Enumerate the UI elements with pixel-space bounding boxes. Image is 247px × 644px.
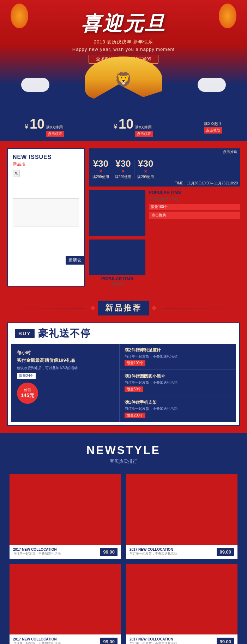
promo-coupon-1: ¥30 × 满299使用 [92,159,109,179]
product-info-left-2: 2017 NEW COLLOCATION 与订单一起发货，不叠加送礼活动 [129,548,177,556]
promo-coupon-2: ¥30 × 满299使用 [115,159,132,179]
newstyle-header: NEWSTYLE 宝贝热卖排行 [0,440,247,472]
new-issues-subtitle: 新品推 [13,161,79,167]
banner-line-right [163,308,243,308]
gift-section: BUY 豪礼送不停 每小时 实付金额最高赠价值199礼品 确认收货到账后，可以叠… [0,319,247,433]
gift-row-2-title: 满3件赠圆圆圆小黑伞 [125,373,231,379]
coupon-amount-1: 10 [30,117,44,131]
product-card-2[interactable]: 2017 NEW COLLOCATION 与订单一起发货，不叠加送礼活动 99.… [125,473,238,560]
newstyle-title: NEWSTYLE [0,444,247,457]
coupon-condition-1: 满XX使用 [46,125,63,130]
product-price-3: 99.00 [100,638,118,644]
popular-bottom-sub: 聚热销 [89,281,145,286]
product-tag-2: 2017 NEW COLLOCATION [129,548,177,551]
promo-coupon-cond-2: 满299使用 [115,175,132,179]
popular-top-section: POPULAR ITMS 单笔订单满299送 限量100个 点击抢购 [89,190,240,236]
right-column: 点击抢购 ¥30 × 满299使用 ¥30 × 满299使用 ¥30 × 满29 [89,148,240,286]
product-info-left-1: 2017 NEW COLLOCATION 与订单一起发货，不叠加送礼活动 [13,548,61,556]
popular-right-info: POPULAR ITMS 单笔订单满299送 限量100个 点击抢购 [149,190,240,236]
product-info-left-3: 2017 NEW COLLOCATION 与订单一起发货，不叠加送礼活动 [13,637,61,644]
gift-row-2-desc: 与订单一起发货，不叠加送礼活动 [125,380,231,385]
coupon-symbol-1: ¥ [25,123,28,130]
newstyle-section: NEWSTYLE 宝贝热卖排行 2017 NEW COLLOCATION 与订单… [0,433,247,644]
popular-limit-badge: 限量100个 [149,204,240,210]
hero-subtitle: 2018 农历戊戌年 新年快乐 [94,39,153,45]
popular-top-image [89,190,145,236]
coupon-desc-2: 满XX使用 点击领取 [135,125,153,137]
coupon-btn-2[interactable]: 点击领取 [135,131,153,137]
product-info-left-4: 2017 NEW COLLOCATION 与订单一起发货，不叠加送礼活动 [129,637,177,644]
product-info-1: 2017 NEW COLLOCATION 与订单一起发货，不叠加送礼活动 99.… [10,545,121,559]
gift-row-3-limit: 限量200个 [125,413,145,418]
promo-coupon-x-3: × [144,168,147,175]
product-tag-3: 2017 NEW COLLOCATION [13,637,61,641]
product-info-2: 2017 NEW COLLOCATION 与订单一起发货，不叠加送礼活动 99.… [126,545,237,559]
edit-icon[interactable]: ✎ [13,170,20,177]
coupon-btn-1[interactable]: 点击领取 [46,131,64,137]
product-image-3 [10,564,121,634]
popular-top-title: POPULAR ITMS [149,190,240,195]
product-desc-1: 与订单一起发货，不叠加送礼活动 [13,551,61,556]
popular-click-btn[interactable]: 点击抢购 [149,212,240,219]
gift-row-1-desc: 与订单一起发货，不叠加送礼活动 [125,354,231,359]
newstyle-subtitle: 宝贝热卖排行 [0,458,247,465]
promo-coupon-cond-3: 满299使用 [137,175,154,179]
gift-buy-tag: BUY [15,329,35,338]
new-issues-card: NEW ISSUES 新品推 ✎ 聚清仓 [7,148,85,286]
banner-line-left [4,308,84,308]
hero-section: 喜迎元旦 2018 农历戊戌年 新年快乐 Happy new year, wis… [0,0,247,113]
gift-value-num: 145元 [21,392,34,399]
gift-row-1: 满2件赠棒利温度计 与订单一起发货，不叠加送礼活动 限量109个 [120,344,236,370]
coupon-desc-3: 满XX使用 点击领取 [204,121,222,134]
gift-left-sub1: 实付金额最高赠价值199礼品 [17,357,114,364]
new-issues-image-placeholder [13,198,79,226]
product-desc-4: 与订单一起发货，不叠加送礼活动 [129,641,177,644]
lantern-left-icon [11,4,28,28]
product-tag-1: 2017 NEW COLLOCATION [13,548,61,551]
product-info-4: 2017 NEW COLLOCATION 与订单一起发货，不叠加送礼活动 99.… [126,634,237,644]
popular-bottom-section: POPULAR ITMS 聚热销 [89,240,240,286]
gift-value-circle: 价值 145元 [17,383,38,404]
mid-section: NEW ISSUES 新品推 ✎ 聚清仓 点击抢购 ¥30 × 满299使用 ¥… [0,141,247,294]
product-info-3: 2017 NEW COLLOCATION 与订单一起发货，不叠加送礼活动 99.… [10,634,121,644]
banner-diamond-right [152,306,157,311]
product-tag-4: 2017 NEW COLLOCATION [129,637,177,641]
cloud-left-icon [21,78,49,92]
product-card-3[interactable]: 2017 NEW COLLOCATION 与订单一起发货，不叠加送礼活动 99.… [9,563,122,644]
product-price-2: 99.00 [217,548,234,556]
product-desc-3: 与订单一起发货，不叠加送礼活动 [13,641,61,644]
product-card-1[interactable]: 2017 NEW COLLOCATION 与订单一起发货，不叠加送礼活动 99.… [9,473,122,560]
gift-row-2: 满3件赠圆圆圆小黑伞 与订单一起发货，不叠加送礼活动 限量50个 [120,370,236,396]
gift-row-2-limit: 限量50个 [125,386,143,392]
gift-content: 每小时 实付金额最高赠价值199礼品 确认收货到账后，可以叠加1/2/3的活动 … [11,344,236,422]
hero-title: 喜迎元旦 [81,11,166,37]
gift-row-1-title: 满2件赠棒利温度计 [125,347,231,353]
gift-row-3: 满1件赠手机支架 与订单一起发货，不叠加送礼活动 限量200个 [120,396,236,422]
promo-divider-2 [134,160,134,178]
gift-right: 满2件赠棒利温度计 与订单一起发货，不叠加送礼活动 限量109个 满3件赠圆圆圆… [120,344,236,422]
product-card-4[interactable]: 2017 NEW COLLOCATION 与订单一起发货，不叠加送礼活动 99.… [125,563,238,644]
gift-left-sub2: 确认收货到账后，可以叠加1/2/3的活动 [17,366,114,371]
promo-divider-1 [112,160,112,178]
banner-diamond-left [90,306,95,311]
promo-coupon-symbol-1: ¥30 [93,159,108,168]
coupon-btn-3[interactable]: 点击领取 [204,127,222,134]
gift-main-title: 豪礼送不停 [38,327,91,340]
coupon-item-1: ¥ 10 满XX使用 点击领取 [25,117,64,137]
promo-click-label: 点击抢购 [89,148,240,155]
promo-coupon-symbol-3: ¥30 [138,159,153,168]
promo-coupon-section: 点击抢购 ¥30 × 满299使用 ¥30 × 满299使用 ¥30 × 满29 [89,148,240,187]
promo-coupons-bar: ¥30 × 满299使用 ¥30 × 满299使用 ¥30 × 满299使用 [89,155,240,183]
popular-bottom-image [89,240,145,275]
gift-card: BUY 豪礼送不停 每小时 实付金额最高赠价值199礼品 确认收货到账后，可以叠… [7,323,240,426]
promo-coupon-3: ¥30 × 满299使用 [137,159,154,179]
product-desc-2: 与订单一起发货，不叠加送礼活动 [129,551,177,556]
new-products-banner: 新品推荐 [0,294,247,319]
juqingcang-button[interactable]: 聚清仓 [66,256,84,265]
popular-bottom-img-wrap: POPULAR ITMS 聚热销 [89,240,145,286]
promo-coupon-symbol-2: ¥30 [115,159,131,168]
popular-top-sub: 单笔订单满299送 [149,196,240,202]
banner-title: 新品推荐 [98,301,149,315]
coupon-condition-2: 满XX使用 [135,125,152,130]
cloud-right-icon [198,78,226,92]
